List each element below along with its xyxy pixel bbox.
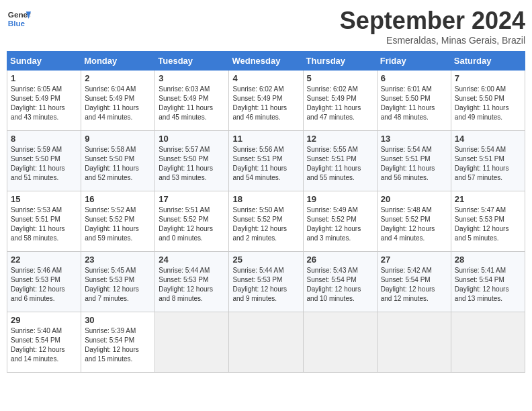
svg-text:Blue: Blue [8,19,26,28]
day-number: 17 [159,194,225,204]
day-info: Sunrise: 5:51 AM Sunset: 5:52 PM Dayligh… [159,205,225,243]
day-info: Sunrise: 5:56 AM Sunset: 5:51 PM Dayligh… [232,145,299,183]
calendar-week-row: 29Sunrise: 5:40 AM Sunset: 5:54 PM Dayli… [7,312,525,373]
day-number: 19 [307,194,373,204]
day-number: 24 [159,255,225,265]
day-info: Sunrise: 5:59 AM Sunset: 5:50 PM Dayligh… [11,145,77,183]
calendar-cell: 18Sunrise: 5:50 AM Sunset: 5:52 PM Dayli… [229,191,303,252]
weekday-header-tuesday: Tuesday [155,52,229,71]
calendar-header: SundayMondayTuesdayWednesdayThursdayFrid… [7,52,525,71]
day-info: Sunrise: 5:39 AM Sunset: 5:54 PM Dayligh… [85,326,151,364]
calendar-cell: 22Sunrise: 5:46 AM Sunset: 5:53 PM Dayli… [7,252,81,312]
day-number: 13 [381,134,447,144]
calendar-cell: 13Sunrise: 5:54 AM Sunset: 5:51 PM Dayli… [377,131,451,191]
weekday-header-wednesday: Wednesday [229,52,303,71]
day-info: Sunrise: 5:43 AM Sunset: 5:54 PM Dayligh… [307,266,373,304]
calendar-cell: 5Sunrise: 6:02 AM Sunset: 5:49 PM Daylig… [303,71,377,131]
day-number: 6 [381,73,447,83]
logo: General Blue [7,7,31,31]
calendar-cell: 15Sunrise: 5:53 AM Sunset: 5:51 PM Dayli… [7,191,81,252]
month-title: September 2024 [340,7,525,35]
weekday-header-row: SundayMondayTuesdayWednesdayThursdayFrid… [7,52,525,71]
day-number: 10 [159,134,225,144]
calendar-cell: 26Sunrise: 5:43 AM Sunset: 5:54 PM Dayli… [303,252,377,312]
day-number: 2 [85,73,151,83]
day-info: Sunrise: 6:00 AM Sunset: 5:50 PM Dayligh… [455,85,521,122]
day-info: Sunrise: 5:40 AM Sunset: 5:54 PM Dayligh… [11,326,77,364]
calendar-cell [155,312,229,373]
calendar-cell: 30Sunrise: 5:39 AM Sunset: 5:54 PM Dayli… [81,312,155,373]
calendar-cell: 27Sunrise: 5:42 AM Sunset: 5:54 PM Dayli… [377,252,451,312]
day-info: Sunrise: 5:47 AM Sunset: 5:53 PM Dayligh… [455,205,521,243]
day-info: Sunrise: 5:42 AM Sunset: 5:54 PM Dayligh… [381,266,447,304]
calendar-cell: 28Sunrise: 5:41 AM Sunset: 5:54 PM Dayli… [451,252,525,312]
day-info: Sunrise: 5:58 AM Sunset: 5:50 PM Dayligh… [85,145,151,183]
day-info: Sunrise: 5:44 AM Sunset: 5:53 PM Dayligh… [159,266,225,304]
day-info: Sunrise: 6:02 AM Sunset: 5:49 PM Dayligh… [232,85,299,122]
calendar-week-row: 22Sunrise: 5:46 AM Sunset: 5:53 PM Dayli… [7,252,525,312]
weekday-header-monday: Monday [81,52,155,71]
day-info: Sunrise: 5:54 AM Sunset: 5:51 PM Dayligh… [455,145,521,183]
calendar-body: 1Sunrise: 6:05 AM Sunset: 5:49 PM Daylig… [7,71,525,373]
day-number: 25 [232,255,299,265]
calendar-week-row: 15Sunrise: 5:53 AM Sunset: 5:51 PM Dayli… [7,191,525,252]
day-info: Sunrise: 5:57 AM Sunset: 5:50 PM Dayligh… [159,145,225,183]
day-number: 22 [11,255,77,265]
day-info: Sunrise: 6:03 AM Sunset: 5:49 PM Dayligh… [159,85,225,122]
calendar-cell: 24Sunrise: 5:44 AM Sunset: 5:53 PM Dayli… [155,252,229,312]
calendar-cell: 6Sunrise: 6:01 AM Sunset: 5:50 PM Daylig… [377,71,451,131]
weekday-header-sunday: Sunday [7,52,81,71]
calendar-cell: 21Sunrise: 5:47 AM Sunset: 5:53 PM Dayli… [451,191,525,252]
day-info: Sunrise: 5:41 AM Sunset: 5:54 PM Dayligh… [455,266,521,304]
day-info: Sunrise: 5:54 AM Sunset: 5:51 PM Dayligh… [381,145,447,183]
day-info: Sunrise: 5:44 AM Sunset: 5:53 PM Dayligh… [232,266,299,304]
day-info: Sunrise: 6:05 AM Sunset: 5:49 PM Dayligh… [11,85,77,122]
calendar-cell: 9Sunrise: 5:58 AM Sunset: 5:50 PM Daylig… [81,131,155,191]
calendar-cell: 10Sunrise: 5:57 AM Sunset: 5:50 PM Dayli… [155,131,229,191]
day-number: 3 [159,73,225,83]
day-number: 11 [232,134,299,144]
calendar-cell: 4Sunrise: 6:02 AM Sunset: 5:49 PM Daylig… [229,71,303,131]
day-number: 15 [11,194,77,204]
calendar-cell: 8Sunrise: 5:59 AM Sunset: 5:50 PM Daylig… [7,131,81,191]
page-header: General Blue September 2024 Esmeraldas, … [7,7,525,46]
calendar-cell: 16Sunrise: 5:52 AM Sunset: 5:52 PM Dayli… [81,191,155,252]
day-number: 12 [307,134,373,144]
calendar-cell [377,312,451,373]
day-number: 27 [381,255,447,265]
day-number: 20 [381,194,447,204]
day-number: 30 [85,315,151,325]
day-number: 5 [307,73,373,83]
calendar-cell: 29Sunrise: 5:40 AM Sunset: 5:54 PM Dayli… [7,312,81,373]
calendar-table: SundayMondayTuesdayWednesdayThursdayFrid… [7,51,525,373]
day-number: 7 [455,73,521,83]
day-info: Sunrise: 5:45 AM Sunset: 5:53 PM Dayligh… [85,266,151,304]
day-info: Sunrise: 5:50 AM Sunset: 5:52 PM Dayligh… [232,205,299,243]
day-number: 1 [11,73,77,83]
logo-icon: General Blue [7,7,31,31]
day-info: Sunrise: 6:04 AM Sunset: 5:49 PM Dayligh… [85,85,151,122]
day-info: Sunrise: 5:53 AM Sunset: 5:51 PM Dayligh… [11,205,77,243]
day-number: 4 [232,73,299,83]
day-number: 23 [85,255,151,265]
calendar-cell [229,312,303,373]
day-number: 26 [307,255,373,265]
day-info: Sunrise: 5:46 AM Sunset: 5:53 PM Dayligh… [11,266,77,304]
day-info: Sunrise: 5:52 AM Sunset: 5:52 PM Dayligh… [85,205,151,243]
calendar-cell: 3Sunrise: 6:03 AM Sunset: 5:49 PM Daylig… [155,71,229,131]
calendar-cell: 14Sunrise: 5:54 AM Sunset: 5:51 PM Dayli… [451,131,525,191]
day-number: 9 [85,134,151,144]
calendar-cell: 7Sunrise: 6:00 AM Sunset: 5:50 PM Daylig… [451,71,525,131]
location-subtitle: Esmeraldas, Minas Gerais, Brazil [340,35,525,46]
weekday-header-saturday: Saturday [451,52,525,71]
calendar-week-row: 8Sunrise: 5:59 AM Sunset: 5:50 PM Daylig… [7,131,525,191]
calendar-cell: 11Sunrise: 5:56 AM Sunset: 5:51 PM Dayli… [229,131,303,191]
calendar-cell: 12Sunrise: 5:55 AM Sunset: 5:51 PM Dayli… [303,131,377,191]
title-block: September 2024 Esmeraldas, Minas Gerais,… [340,7,525,46]
day-number: 29 [11,315,77,325]
day-number: 28 [455,255,521,265]
day-info: Sunrise: 6:01 AM Sunset: 5:50 PM Dayligh… [381,85,447,122]
weekday-header-thursday: Thursday [303,52,377,71]
weekday-header-friday: Friday [377,52,451,71]
day-number: 21 [455,194,521,204]
